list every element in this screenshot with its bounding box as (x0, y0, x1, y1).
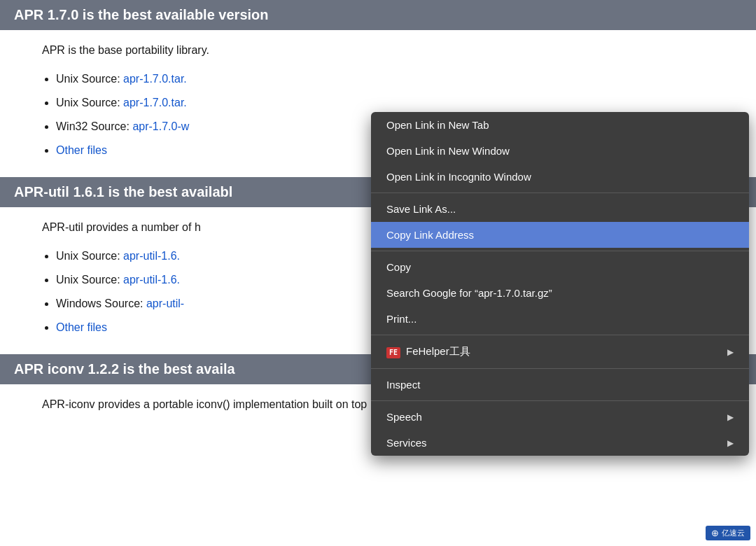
apr-other-files-link[interactable]: Other files (56, 144, 107, 156)
item-label: Win32 Source: (56, 120, 132, 132)
copy-link-address-item[interactable]: Copy Link Address (371, 222, 749, 248)
yiyun-logo-text: 亿速云 (722, 528, 745, 538)
inspect-item[interactable]: Inspect (371, 372, 749, 398)
speech-arrow-icon: ▶ (727, 412, 734, 422)
copy-link-address-label: Copy Link Address (386, 229, 734, 241)
item-label: Windows Source: (56, 298, 146, 309)
services-item[interactable]: Services ▶ (371, 430, 749, 456)
apr-section-header: APR 1.7.0 is the best available version (0, 0, 756, 30)
list-item: Unix Source: apr-1.7.0.tar. (56, 68, 728, 90)
copy-item[interactable]: Copy (371, 254, 749, 280)
open-incognito-label: Open Link in Incognito Window (386, 171, 734, 183)
open-new-window-label: Open Link in New Window (386, 145, 734, 157)
open-new-window-item[interactable]: Open Link in New Window (371, 138, 749, 164)
item-label: Unix Source: (56, 73, 123, 85)
services-arrow-icon: ▶ (727, 438, 734, 448)
search-google-item[interactable]: Search Google for “apr-1.7.0.tar.gz” (371, 280, 749, 306)
apr-util-other-files-link[interactable]: Other files (56, 321, 107, 333)
divider2 (371, 251, 749, 251)
yiyun-logo-icon: ⊕ (711, 528, 719, 538)
search-google-label: Search Google for “apr-1.7.0.tar.gz” (386, 287, 734, 299)
apr-win32-link[interactable]: apr-1.7.0-w (132, 120, 189, 132)
inspect-label: Inspect (386, 379, 734, 391)
apr-unix-tar1-link[interactable]: apr-1.7.0.tar. (123, 73, 187, 85)
apr-util-unix-tar2-link[interactable]: apr-util-1.6. (123, 274, 180, 286)
list-item: Unix Source: apr-1.7.0.tar. (56, 92, 728, 114)
apr-description: APR is the base portability library. (42, 44, 728, 57)
divider3 (371, 335, 749, 335)
copy-label: Copy (386, 261, 734, 273)
save-link-as-item[interactable]: Save Link As... (371, 196, 749, 222)
item-label: Unix Source: (56, 250, 123, 262)
fehelper-arrow-icon: ▶ (727, 347, 734, 357)
apr-util-unix-tar1-link[interactable]: apr-util-1.6. (123, 250, 180, 262)
divider4 (371, 368, 749, 369)
item-label: Unix Source: (56, 97, 123, 108)
save-link-as-label: Save Link As... (386, 203, 734, 215)
open-incognito-item[interactable]: Open Link in Incognito Window (371, 164, 749, 190)
open-new-tab-item[interactable]: Open Link in New Tab (371, 112, 749, 138)
apr-util-windows-link[interactable]: apr-util- (146, 298, 184, 309)
context-menu: Open Link in New Tab Open Link in New Wi… (371, 112, 749, 456)
print-item[interactable]: Print... (371, 306, 749, 332)
fehelper-item[interactable]: FE FeHelper工具 ▶ (371, 338, 749, 365)
fehelper-icon: FE (386, 345, 406, 358)
print-label: Print... (386, 313, 734, 325)
item-label: Unix Source: (56, 274, 123, 286)
apr-unix-tar2-link[interactable]: apr-1.7.0.tar. (123, 97, 187, 108)
speech-label: Speech (386, 411, 713, 423)
yiyun-logo: ⊕ 亿速云 (706, 526, 750, 540)
fehelper-label: FeHelper工具 (406, 345, 713, 358)
services-label: Services (386, 437, 713, 449)
divider5 (371, 400, 749, 401)
divider1 (371, 192, 749, 193)
speech-item[interactable]: Speech ▶ (371, 404, 749, 430)
open-new-tab-label: Open Link in New Tab (386, 119, 734, 131)
